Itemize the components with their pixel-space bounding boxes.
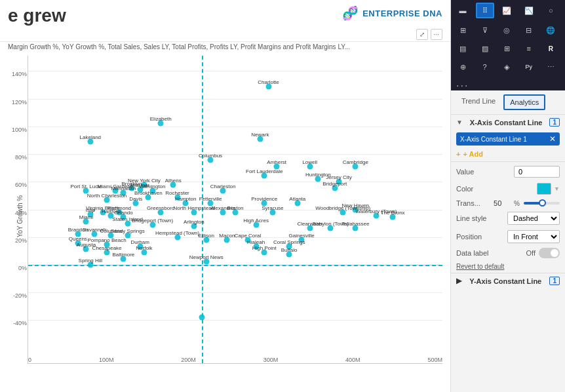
icon-globe[interactable]: 🌐 — [541, 22, 560, 38]
dot-newport-news — [203, 259, 209, 265]
brand-logo: 🧬 ENTERPRISE DNA — [342, 5, 442, 21]
divider-1 — [451, 161, 565, 162]
analytics-tab-container: Trend Line Analytics — [456, 94, 545, 110]
close-constant-line-button[interactable]: ✕ — [549, 134, 556, 144]
icon-pie-chart[interactable]: ○ — [541, 3, 560, 18]
trans-unit: % — [514, 200, 520, 207]
dot-high-point — [262, 250, 267, 256]
x-axis-section-header[interactable]: ▼ X-Axis Constant Line 1 — [451, 115, 565, 130]
dot-augusta — [83, 246, 89, 252]
dot-brandon — [75, 231, 81, 237]
dot-north-hempstead — [191, 210, 197, 216]
icon-waterfall[interactable]: ≡ — [520, 41, 538, 56]
icon-scatter[interactable]: ⠿ — [476, 3, 494, 18]
data-label-value: Off — [526, 249, 536, 257]
right-panel: ▬ ⠿ 📈 📉 ○ ⊞ ⊽ ◎ ⊟ 🌐 ▤ ▨ ⊞ ≡ R ⊕ ? ◈ Py ⋯… — [450, 0, 565, 392]
analytics-header-row: Trend Line Analytics — [451, 90, 565, 115]
add-constant-line-button[interactable]: + + Add — [451, 148, 565, 160]
icon-table[interactable]: ⊞ — [454, 22, 472, 38]
dot-athens — [170, 182, 176, 187]
icon-line-chart[interactable]: 📈 — [497, 3, 516, 18]
more-button[interactable]: ··· — [431, 29, 442, 40]
dot-bridgeport-town — [149, 222, 155, 227]
x-constant-line-item: X-Axis Constant Line 1 ✕ — [456, 132, 560, 146]
tab-analytics[interactable]: Analytics — [503, 94, 545, 110]
position-select[interactable]: In Front Behind — [507, 230, 560, 243]
icon-python[interactable]: Py — [520, 59, 538, 75]
revert-button[interactable]: Revert to default — [456, 263, 560, 270]
icon-slicer[interactable]: ▨ — [476, 41, 494, 56]
icon-treemap[interactable]: ⊞ — [497, 41, 516, 56]
y-axis-section-header[interactable]: ▶ Y-Axis Constant Line 1 — [451, 273, 565, 288]
value-label: Value — [456, 168, 492, 176]
icon-funnel[interactable]: ⊽ — [476, 22, 494, 38]
dot-lowell — [307, 163, 313, 169]
line-style-row: Line style Solid Dashed Dotted — [451, 209, 565, 227]
x-axis-section-title: X-Axis Constant Line — [470, 119, 543, 127]
dot-high-acres — [253, 222, 259, 227]
dot-spring-hill — [87, 262, 93, 267]
trans-right: 50 % — [494, 199, 560, 207]
dot-tallahassee — [353, 225, 359, 231]
dot-lakeland — [87, 139, 93, 145]
color-swatch[interactable] — [537, 183, 551, 195]
dot-greensboro — [158, 210, 164, 216]
icon-grid-row4: ⊕ ? ◈ Py ⋯ — [451, 58, 565, 76]
dot-charleston — [220, 188, 226, 194]
dot-babylon — [328, 225, 334, 231]
dot-cape-coral — [244, 237, 250, 243]
dot-manhattan — [121, 189, 127, 195]
dna-icon: 🧬 — [342, 5, 359, 21]
data-label-toggle[interactable] — [539, 248, 560, 258]
color-row: Color ▼ — [451, 180, 565, 197]
transparency-slider[interactable] — [524, 202, 560, 205]
dot-arlington — [191, 224, 197, 229]
line-style-select[interactable]: Solid Dashed Dotted — [507, 212, 560, 225]
x-axis-count-badge: 1 — [549, 118, 560, 127]
icon-bar-chart[interactable]: ▬ — [454, 3, 472, 18]
icon-grid-top: ▬ ⠿ 📈 📉 ○ — [451, 0, 565, 21]
dot-cambridge — [353, 163, 359, 169]
icon-area-chart[interactable]: 📉 — [520, 3, 538, 18]
dot-sandy-springs — [125, 233, 130, 239]
icon-matrix[interactable]: ⊟ — [520, 22, 538, 38]
dot-alexandria — [220, 210, 226, 216]
dot-hampton — [183, 201, 189, 206]
color-right: ▼ — [537, 183, 560, 195]
position-row: Position In Front Behind — [451, 227, 565, 246]
color-label: Color — [456, 185, 492, 193]
expand-button[interactable]: ⤢ — [416, 29, 428, 40]
scatter-container: YoY Growth % 140% 120% 100% 80% 60% 40% … — [8, 56, 442, 377]
icon-decomp[interactable]: ⊕ — [454, 59, 472, 75]
chart-subtitle: Margin Growth %, YoY Growth %, Total Sal… — [0, 41, 450, 52]
icon-gauge[interactable]: ◎ — [497, 22, 516, 38]
dot-syracuse — [269, 210, 275, 216]
dot-extra — [199, 314, 205, 320]
dot-va-beach — [100, 210, 106, 216]
icon-r-visual[interactable]: R — [541, 41, 560, 56]
tab-trend-line[interactable]: Trend Line — [456, 94, 501, 110]
chevron-right-icon: ▶ — [456, 277, 461, 285]
data-label-row: Data label Off — [451, 246, 565, 260]
dot-miramar — [137, 187, 143, 193]
dot-edison — [203, 237, 209, 243]
icon-grid-row2: ⊞ ⊽ ◎ ⊟ 🌐 — [451, 21, 565, 39]
dot-amherst — [274, 163, 280, 169]
icon-kpi[interactable]: ▤ — [454, 41, 472, 56]
chart-toolbar: ⤢ ··· — [0, 29, 450, 41]
add-label: + Add — [463, 150, 482, 158]
dot-orlando — [121, 214, 127, 220]
icon-custom[interactable]: ◈ — [497, 59, 516, 75]
dot-coral-springs — [286, 243, 292, 249]
dot-queens — [75, 241, 81, 246]
dot-savannah — [92, 231, 98, 237]
analytics-section: Trend Line Analytics ▼ X-Axis Constant L… — [451, 90, 565, 392]
icon-qna[interactable]: ? — [476, 59, 494, 75]
x-axis-labels: 0 100M 200M 300M 400M 500M — [28, 357, 442, 363]
dot-gainesville — [299, 237, 305, 243]
value-input[interactable] — [514, 166, 560, 178]
position-label: Position — [456, 233, 492, 241]
dot-pompano — [104, 242, 110, 248]
icon-more-visuals[interactable]: ⋯ — [541, 59, 560, 75]
chart-area: e grew 🧬 ENTERPRISE DNA ⤢ ··· Margin Gro… — [0, 0, 450, 392]
